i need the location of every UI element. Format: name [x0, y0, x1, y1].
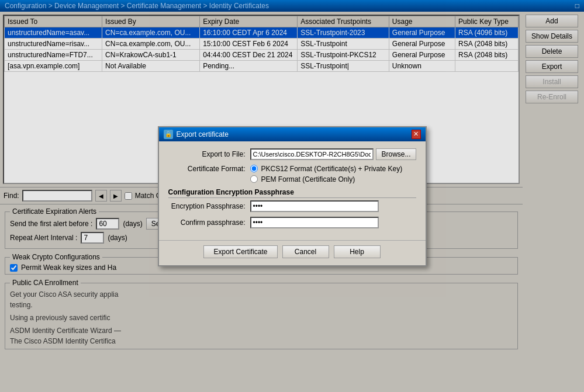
file-path-input[interactable]: [250, 148, 374, 160]
radio-pem-label: PEM Format (Certificate Only): [261, 175, 355, 183]
radio-pem-row: PEM Format (Certificate Only): [250, 175, 416, 183]
help-button[interactable]: Help: [334, 245, 381, 258]
modal-footer: Export Certificate Cancel Help: [159, 240, 426, 265]
modal-title: Export certificate: [177, 130, 229, 138]
export-cert-modal: 🔒 Export certificate ✕ Export to File: B…: [158, 126, 427, 266]
encryption-passphrase-row: Encryption Passphrase:: [168, 200, 416, 212]
encryption-label: Encryption Passphrase:: [168, 202, 250, 210]
export-file-row: Export to File: Browse...: [168, 148, 416, 160]
browse-button[interactable]: Browse...: [376, 148, 416, 160]
modal-title-bar: 🔒 Export certificate ✕: [159, 127, 426, 141]
export-file-label: Export to File:: [168, 150, 250, 158]
export-cert-button[interactable]: Export Certificate: [203, 245, 277, 258]
confirm-passphrase-input[interactable]: [250, 217, 379, 228]
export-file-value: Browse...: [250, 148, 416, 160]
radio-pkcs12-label: PKCS12 Format (Certificate(s) + Private …: [261, 165, 403, 173]
modal-icon: 🔒: [164, 130, 173, 139]
radio-pkcs12-row: PKCS12 Format (Certificate(s) + Private …: [250, 165, 416, 173]
modal-close-button[interactable]: ✕: [412, 130, 421, 139]
cert-format-row: Certificate Format: PKCS12 Format (Certi…: [168, 165, 416, 183]
passphrase-section-header: Configuration Encryption Passphrase: [168, 188, 416, 198]
cert-format-label: Certificate Format:: [168, 165, 250, 173]
confirm-label: Confirm passphrase:: [168, 218, 250, 227]
modal-body: Export to File: Browse... Certificate Fo…: [159, 141, 426, 240]
cert-format-radios: PKCS12 Format (Certificate(s) + Private …: [250, 165, 416, 183]
radio-pem[interactable]: [250, 175, 258, 183]
encryption-passphrase-input[interactable]: [250, 200, 379, 212]
cancel-button[interactable]: Cancel: [282, 245, 329, 258]
radio-pkcs12[interactable]: [250, 165, 258, 172]
confirm-passphrase-row: Confirm passphrase:: [168, 217, 416, 228]
modal-overlay: 🔒 Export certificate ✕ Export to File: B…: [0, 0, 584, 392]
